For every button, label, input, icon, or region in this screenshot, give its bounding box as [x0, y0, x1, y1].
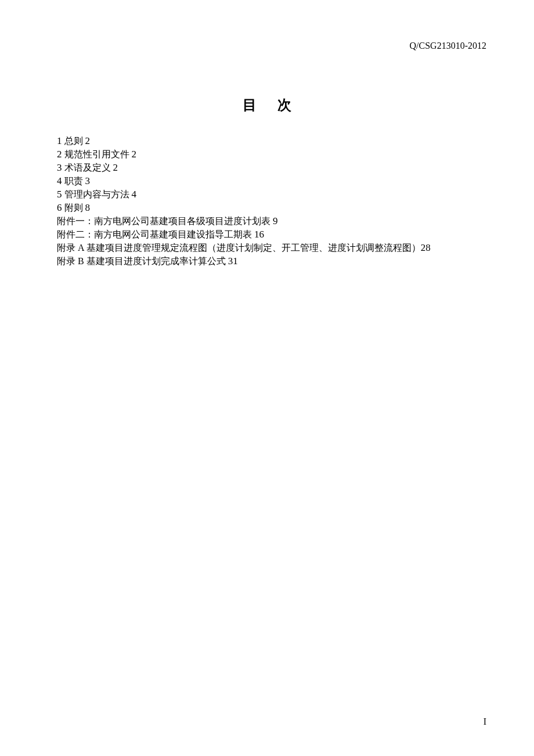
toc-text: 附录 B 基建项目进度计划完成率计算公式: [57, 256, 228, 266]
toc-text: 管理内容与方法: [62, 189, 132, 199]
toc-page: 8: [85, 202, 91, 213]
toc-number: 5: [57, 189, 62, 200]
page-title: 目次: [0, 96, 534, 114]
toc-page: 16: [254, 229, 264, 240]
toc-entry: 附录 B 基建项目进度计划完成率计算公式 31: [57, 255, 486, 268]
toc-text: 总则: [62, 136, 85, 146]
toc-entry: 4 职责 3: [57, 175, 486, 188]
toc-page: 3: [85, 175, 91, 186]
toc-text: 术语及定义: [62, 163, 113, 172]
toc-text: 规范性引用文件: [62, 149, 132, 159]
toc-entry: 3 术语及定义 2: [57, 161, 486, 174]
toc-number: 2: [57, 149, 62, 160]
toc-page: 9: [273, 215, 278, 226]
toc-page: 28: [421, 242, 431, 253]
toc-text: 职责: [62, 176, 85, 186]
toc-entry: 2 规范性引用文件 2: [57, 148, 486, 161]
table-of-contents: 1 总则 2 2 规范性引用文件 2 3 术语及定义 2 4 职责 3 5 管理…: [57, 135, 486, 268]
toc-entry: 附件一：南方电网公司基建项目各级项目进度计划表 9: [57, 215, 486, 228]
toc-text: 附件二：南方电网公司基建项目建设指导工期表: [57, 229, 254, 239]
toc-text: 附则: [62, 203, 85, 213]
document-code: Q/CSG213010-2012: [410, 41, 486, 51]
toc-entry: 6 附则 8: [57, 201, 486, 214]
toc-number: 6: [57, 202, 62, 213]
toc-number: 1: [57, 135, 62, 146]
page-number: I: [484, 717, 486, 727]
toc-text: 附件一：南方电网公司基建项目各级项目进度计划表: [57, 216, 273, 226]
toc-number: 3: [57, 162, 62, 173]
toc-page: 2: [85, 135, 91, 146]
toc-entry: 5 管理内容与方法 4: [57, 188, 486, 201]
toc-entry: 附录 A 基建项目进度管理规定流程图（进度计划制定、开工管理、进度计划调整流程图…: [57, 242, 486, 254]
toc-entry: 1 总则 2: [57, 135, 486, 147]
toc-number: 4: [57, 175, 62, 186]
toc-page: 31: [228, 255, 238, 267]
toc-page: 2: [113, 162, 118, 173]
toc-entry: 附件二：南方电网公司基建项目建设指导工期表 16: [57, 228, 486, 241]
toc-page: 4: [132, 189, 137, 200]
toc-text: 附录 A 基建项目进度管理规定流程图（进度计划制定、开工管理、进度计划调整流程图…: [57, 243, 421, 253]
toc-page: 2: [132, 149, 137, 160]
